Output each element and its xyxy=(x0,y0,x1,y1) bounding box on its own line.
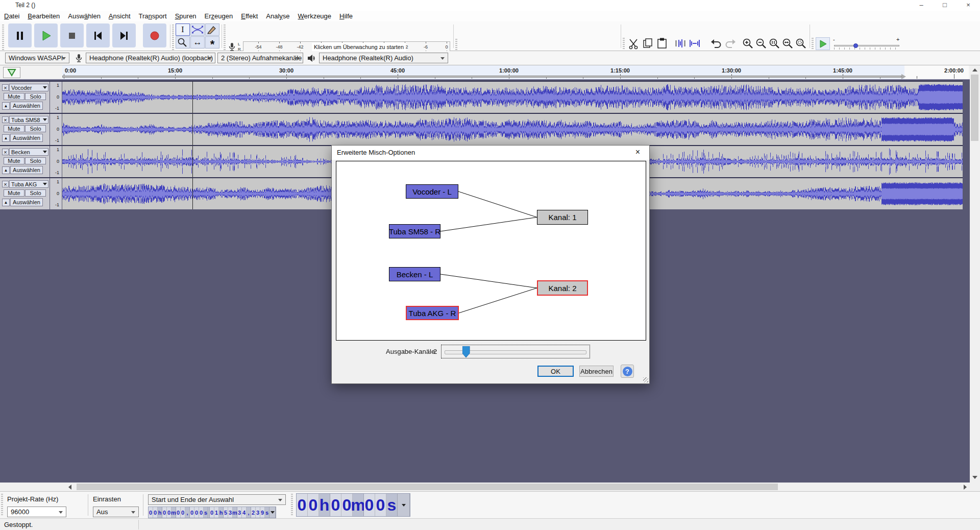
audio-host-select[interactable]: Windows WASAPI xyxy=(5,53,69,63)
track-name-menu[interactable]: Vocoder xyxy=(9,84,48,91)
vertical-scrollbar[interactable] xyxy=(970,65,980,483)
time-digit[interactable]: 3 xyxy=(256,507,260,518)
toolbar-grip[interactable] xyxy=(812,38,814,50)
stop-button[interactable] xyxy=(60,23,84,47)
menu-hilfe[interactable]: Hilfe xyxy=(335,11,357,21)
recording-channels-select[interactable]: 2 (Stereo) Aufnahmekanäle xyxy=(217,53,303,63)
snap-select[interactable]: Aus xyxy=(93,507,139,517)
silence-audio-button[interactable] xyxy=(688,37,701,50)
undo-button[interactable] xyxy=(709,37,723,50)
track-select-button[interactable]: Auswählen xyxy=(10,134,43,142)
mixer-track-node[interactable]: Becken - L xyxy=(389,267,440,281)
track-solo-button[interactable]: Solo xyxy=(25,125,46,132)
menu-bearbeiten[interactable]: Bearbeiten xyxy=(23,11,64,21)
menu-werkzeuge[interactable]: Werkzeuge xyxy=(294,11,336,21)
ok-button[interactable]: OK xyxy=(537,366,574,377)
dialog-close-icon[interactable]: × xyxy=(626,146,649,160)
vertical-scroll-thumb[interactable] xyxy=(971,75,978,141)
time-digit[interactable]: 0 xyxy=(162,507,167,518)
time-digit[interactable]: 4 xyxy=(242,507,247,518)
time-digit[interactable]: 0 xyxy=(153,507,158,518)
menu-analyse[interactable]: Analyse xyxy=(262,11,293,21)
mixer-track-node[interactable]: Vocoder - L xyxy=(406,184,458,199)
menu-datei[interactable]: Datei xyxy=(0,11,23,21)
time-digit[interactable]: 0 xyxy=(308,494,319,516)
mixer-track-node[interactable]: Tuba SM58 - R xyxy=(389,224,440,238)
play-at-speed-button[interactable] xyxy=(816,37,830,50)
time-unit[interactable]: , xyxy=(247,507,251,518)
close-button[interactable]: × xyxy=(957,0,980,11)
time-digit[interactable]: 0 xyxy=(199,507,204,518)
draw-tool-button[interactable] xyxy=(205,23,219,36)
cancel-button[interactable]: Abbrechen xyxy=(579,366,614,377)
microphone-icon[interactable] xyxy=(227,42,237,52)
play-speed-slider-track[interactable] xyxy=(834,45,899,46)
zoom-selection-button[interactable] xyxy=(768,37,781,50)
toolbar-grip[interactable] xyxy=(172,25,174,50)
toolbar-grip[interactable] xyxy=(623,38,625,50)
output-channels-slider[interactable] xyxy=(441,345,590,358)
paste-button[interactable] xyxy=(655,37,669,50)
selection-mode-select[interactable]: Start und Ende der Auswahl xyxy=(148,494,286,505)
zoom-project-button[interactable] xyxy=(781,37,794,50)
time-digit[interactable]: 0 xyxy=(194,507,199,518)
zoom-toggle-button[interactable] xyxy=(794,37,807,50)
time-digit[interactable]: 0 xyxy=(375,494,386,516)
track-close-button[interactable]: × xyxy=(2,181,9,187)
playback-device-select[interactable]: Headphone (Realtek(R) Audio) xyxy=(319,53,448,63)
copy-button[interactable] xyxy=(641,37,654,50)
audio-position-time[interactable]: 00h00m00s xyxy=(296,493,410,517)
time-digit[interactable]: 0 xyxy=(190,507,194,518)
track-solo-button[interactable]: Solo xyxy=(25,93,46,100)
track-mute-button[interactable]: Mute xyxy=(4,157,24,164)
track-select-button[interactable]: Auswählen xyxy=(10,198,43,206)
track-close-button[interactable]: × xyxy=(2,149,9,155)
track-mute-button[interactable]: Mute xyxy=(4,125,24,132)
cut-button[interactable] xyxy=(627,37,640,50)
selection-end-time[interactable]: 01h53m34,239s xyxy=(209,507,276,518)
trim-audio-button[interactable] xyxy=(674,37,687,50)
waveform-tubasm58[interactable] xyxy=(62,114,963,145)
time-digit[interactable]: 0 xyxy=(297,494,308,516)
time-digit[interactable]: 1 xyxy=(214,507,219,518)
selection-start-time[interactable]: 00h00m00,000s xyxy=(148,507,215,518)
track-name-menu[interactable]: Tuba AKG xyxy=(9,180,48,188)
time-unit[interactable]: s xyxy=(265,507,270,518)
time-digit[interactable]: 5 xyxy=(224,507,228,518)
zoom-in-button[interactable] xyxy=(741,37,754,50)
mixer-channel-node[interactable]: Kanal: 2 xyxy=(537,280,588,296)
time-digit[interactable]: 3 xyxy=(237,507,242,518)
redo-button[interactable] xyxy=(724,37,737,50)
track-close-button[interactable]: × xyxy=(2,84,9,91)
minimize-button[interactable]: – xyxy=(910,0,933,11)
time-unit[interactable]: s xyxy=(204,507,208,518)
scroll-up-arrow[interactable] xyxy=(972,68,977,71)
time-unit[interactable]: s xyxy=(386,494,398,516)
envelope-tool-button[interactable] xyxy=(190,23,205,36)
time-unit[interactable]: h xyxy=(219,507,224,518)
selection-tool-button[interactable]: I xyxy=(176,23,190,36)
project-rate-select[interactable]: 96000 xyxy=(7,507,66,517)
chevron-down-icon[interactable] xyxy=(270,507,276,518)
track-solo-button[interactable]: Solo xyxy=(25,157,46,164)
toolbar-grip[interactable] xyxy=(291,494,293,516)
menu-erzeugen[interactable]: Erzeugen xyxy=(201,11,237,21)
menu-effekt[interactable]: Effekt xyxy=(237,11,262,21)
track-solo-button[interactable]: Solo xyxy=(25,189,46,197)
track-select-button[interactable]: Auswählen xyxy=(10,166,43,174)
menu-auswhlen[interactable]: Auswählen xyxy=(64,11,105,21)
time-digit[interactable]: 0 xyxy=(330,494,341,516)
toolbar-grip[interactable] xyxy=(1,494,3,516)
toolbar-grip[interactable] xyxy=(2,25,4,50)
time-digit[interactable]: 0 xyxy=(149,507,153,518)
waveform-vocoder[interactable] xyxy=(62,82,963,113)
time-unit[interactable]: m xyxy=(172,507,176,518)
skip-end-button[interactable] xyxy=(112,23,136,47)
scroll-right-arrow[interactable] xyxy=(964,485,967,490)
horizontal-scroll-thumb[interactable] xyxy=(77,484,778,490)
scroll-down-arrow[interactable] xyxy=(972,476,977,479)
track-name-menu[interactable]: Tuba SM58 xyxy=(9,116,48,124)
dialog-resize-grip[interactable] xyxy=(643,377,648,382)
mixer-channel-node[interactable]: Kanal: 1 xyxy=(537,210,588,225)
time-digit[interactable]: 0 xyxy=(364,494,375,516)
